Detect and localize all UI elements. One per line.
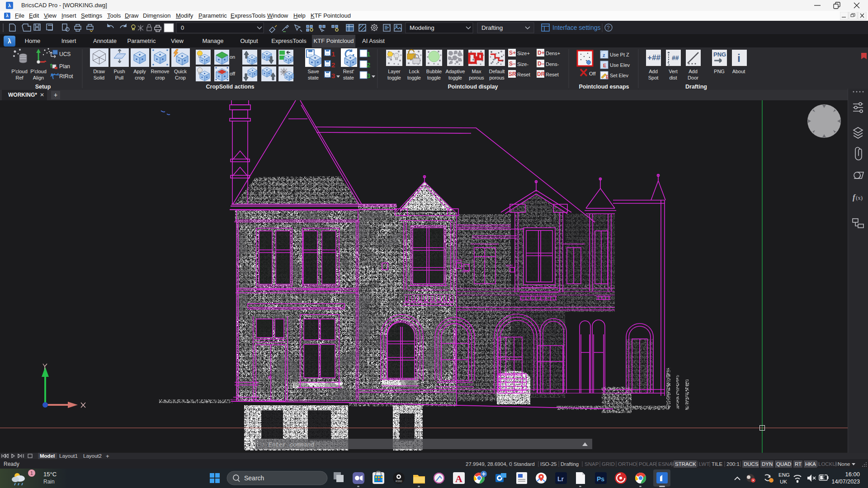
svg-text:toggle: toggle xyxy=(427,75,441,80)
svg-text:Pointcloud esnaps: Pointcloud esnaps xyxy=(579,84,629,90)
svg-text:3: 3 xyxy=(331,72,335,80)
svg-text:Vent: Vent xyxy=(455,258,462,262)
svg-text:UCS: UCS xyxy=(59,51,71,57)
svg-text:Adaptive: Adaptive xyxy=(446,69,465,74)
svg-text:toggle: toggle xyxy=(387,75,401,80)
svg-text:P'cloud: P'cloud xyxy=(11,69,28,74)
svg-text:Dens+: Dens+ xyxy=(546,51,560,56)
svg-text:Layout1: Layout1 xyxy=(59,453,78,459)
svg-text:porous: porous xyxy=(469,75,484,80)
svg-text:Apply: Apply xyxy=(133,69,146,74)
svg-text:Solid: Solid xyxy=(94,75,104,80)
svg-text:TILE: TILE xyxy=(712,461,723,467)
svg-text:Rain: Rain xyxy=(43,479,55,485)
svg-text:HKA: HKA xyxy=(805,461,816,467)
svg-text:Draw: Draw xyxy=(93,69,105,74)
svg-text:Bubble: Bubble xyxy=(426,69,442,74)
svg-text:RtRot: RtRot xyxy=(59,73,73,80)
svg-text:3: 3 xyxy=(367,72,370,80)
svg-text:SNAP: SNAP xyxy=(585,461,599,467)
svg-text:Ps: Ps xyxy=(597,475,604,483)
svg-text:Standard: Standard xyxy=(514,461,535,467)
svg-text:toggle: toggle xyxy=(448,75,462,80)
svg-text:Pull: Pull xyxy=(115,75,123,80)
svg-text:STRACK: STRACK xyxy=(675,461,696,467)
svg-text:1: 1 xyxy=(30,470,33,476)
svg-text:D–: D– xyxy=(538,61,545,67)
svg-text:: Enter command: : Enter command xyxy=(261,441,314,448)
svg-text:state: state xyxy=(343,75,354,80)
svg-text:Set Elev: Set Elev xyxy=(610,73,628,78)
svg-text:E: E xyxy=(606,75,609,80)
svg-text:Use Elev: Use Elev xyxy=(610,62,630,68)
svg-text:(x): (x) xyxy=(856,194,863,201)
svg-text:27.9949, 28.6904, 0: 27.9949, 28.6904, 0 xyxy=(466,461,512,467)
svg-text:Dens-: Dens- xyxy=(546,61,559,67)
svg-text:ORTHO: ORTHO xyxy=(618,461,637,467)
svg-text:?: ? xyxy=(607,25,610,31)
svg-text:1: 1 xyxy=(331,50,335,58)
svg-text:S–: S– xyxy=(509,61,516,67)
svg-text:CropSolid actions: CropSolid actions xyxy=(206,84,255,90)
svg-text:LOCKUI: LOCKUI xyxy=(818,461,838,467)
svg-text:ISO-25: ISO-25 xyxy=(540,461,557,467)
svg-text:Model: Model xyxy=(40,453,55,459)
svg-text:off: off xyxy=(230,71,236,76)
svg-text:Reset: Reset xyxy=(517,72,530,77)
svg-text:state: state xyxy=(308,75,319,80)
svg-text:15°C: 15°C xyxy=(43,471,57,478)
svg-text:Use Pt Z: Use Pt Z xyxy=(610,52,629,57)
svg-text:Off: Off xyxy=(589,71,596,76)
svg-text:POLAR: POLAR xyxy=(639,461,656,467)
svg-text:Reset: Reset xyxy=(546,72,559,77)
svg-text:DR: DR xyxy=(537,71,545,77)
svg-text:Save: Save xyxy=(307,69,319,74)
svg-text:Ready: Ready xyxy=(4,461,19,467)
svg-text:Rest': Rest' xyxy=(343,69,354,74)
svg-text:Remove: Remove xyxy=(151,69,170,74)
svg-text:dist: dist xyxy=(669,75,677,80)
svg-text:porous: porous xyxy=(489,75,505,80)
svg-text:Max: Max xyxy=(472,69,481,74)
svg-text:i: i xyxy=(737,52,741,64)
svg-text:z: z xyxy=(603,52,605,58)
svg-text:DYN: DYN xyxy=(762,461,773,467)
svg-text:Ref: Ref xyxy=(15,75,24,80)
svg-text:Modeling: Modeling xyxy=(410,24,434,31)
svg-text:RT: RT xyxy=(795,461,802,467)
svg-text:Vert: Vert xyxy=(669,69,678,74)
svg-text:Spot: Spot xyxy=(648,75,659,80)
svg-text:Jamr: Jamr xyxy=(461,269,469,273)
svg-text:E: E xyxy=(603,63,606,68)
svg-text:Search: Search xyxy=(244,474,264,482)
svg-text:None: None xyxy=(838,461,850,467)
svg-text:Quick: Quick xyxy=(174,69,187,74)
svg-text:+##: +## xyxy=(647,53,660,62)
svg-text:Layer: Layer xyxy=(388,69,401,74)
svg-text:Drafting: Drafting xyxy=(481,24,503,31)
svg-text:Default: Default xyxy=(489,69,505,74)
svg-text:Size+: Size+ xyxy=(517,51,530,56)
svg-text:2: 2 xyxy=(331,61,335,69)
svg-text:PNG: PNG xyxy=(713,51,726,58)
svg-text:14/07/2023: 14/07/2023 xyxy=(831,479,860,485)
svg-text:Drafting: Drafting xyxy=(561,461,579,467)
svg-text:crop: crop xyxy=(135,75,144,80)
svg-text:DUCS: DUCS xyxy=(744,461,759,467)
svg-text:1: 1 xyxy=(367,50,370,58)
svg-text:Drafting: Drafting xyxy=(685,84,707,90)
svg-text:##: ## xyxy=(672,54,679,61)
svg-text:0: 0 xyxy=(181,24,184,31)
svg-text:P'cloud: P'cloud xyxy=(30,69,47,74)
svg-text:+: + xyxy=(106,453,109,459)
svg-text:toggle: toggle xyxy=(407,75,421,80)
svg-text:Vent: Vent xyxy=(505,263,513,267)
svg-text:Add: Add xyxy=(689,69,698,74)
svg-text:SR: SR xyxy=(509,71,516,77)
svg-text:Plan: Plan xyxy=(59,63,70,70)
svg-text:A: A xyxy=(455,473,462,484)
svg-text:Size-: Size- xyxy=(517,61,528,67)
svg-text:Door: Door xyxy=(688,75,698,80)
svg-text:D+: D+ xyxy=(538,50,545,56)
svg-text:Interface settings: Interface settings xyxy=(552,24,601,31)
